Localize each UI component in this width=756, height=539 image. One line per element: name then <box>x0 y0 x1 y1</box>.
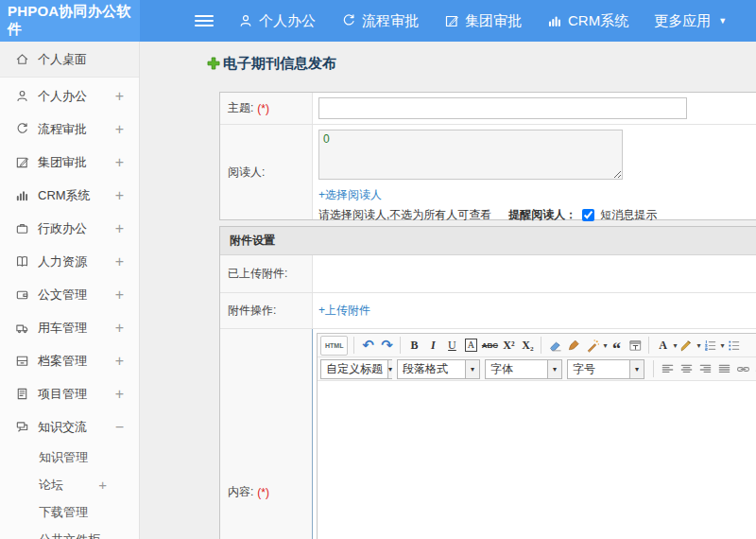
uploaded-attachments-label: 已上传附件: <box>220 255 313 292</box>
button-glyph: “ <box>612 338 621 353</box>
sidebar-item-label: CRM系统 <box>38 187 91 204</box>
ordered-list-button[interactable] <box>701 336 720 356</box>
expander-icon[interactable]: + <box>115 154 124 171</box>
sidebar-item-vehicle-management[interactable]: 用车管理+ <box>0 311 139 344</box>
expander-icon[interactable]: − <box>115 419 124 436</box>
sidebar-item-archive-management[interactable]: 档案管理+ <box>0 344 139 377</box>
highlight-button[interactable] <box>677 336 696 356</box>
expander-icon[interactable]: + <box>115 121 124 138</box>
auto-typeset-button[interactable] <box>583 336 602 356</box>
attachment-action-label: 附件操作: <box>220 293 313 328</box>
app-window: PHPOA协同办公软件 个人办公流程审批集团审批CRM系统更多应用▼ 个人桌面个… <box>0 0 756 539</box>
plus-icon <box>206 56 221 71</box>
sidebar-subitem-label: 公共文件柜 <box>39 531 100 539</box>
underline-button[interactable]: U <box>442 336 461 356</box>
italic-button[interactable]: I <box>423 336 442 356</box>
expander-icon[interactable]: + <box>98 477 107 493</box>
nav-item-group-approval[interactable]: 集团审批 <box>444 12 522 30</box>
page-title-text: 电子期刊信息发布 <box>223 55 336 73</box>
expander-icon[interactable]: + <box>115 320 124 337</box>
blockquote-button[interactable]: “ <box>607 336 626 356</box>
align-center-icon <box>679 362 694 376</box>
sidebar-item-project-management[interactable]: 项目管理+ <box>0 377 139 410</box>
sidebar-item-workflow-approval[interactable]: 流程审批+ <box>0 113 139 146</box>
nav-item-crm-system[interactable]: CRM系统 <box>547 12 628 30</box>
readers-row: 阅读人: 0 +选择阅读人 请选择阅读人,不选为所有人可查看 提醒阅读人： 短消… <box>220 125 756 219</box>
subscript-button[interactable]: X₂ <box>518 336 537 356</box>
flow-icon <box>15 122 29 136</box>
sidebar-item-admin-office[interactable]: 行政办公+ <box>0 212 139 245</box>
sms-remind-checkbox[interactable] <box>582 209 594 221</box>
font-color-button[interactable]: A <box>653 336 672 356</box>
undo-button[interactable]: ↶ <box>358 336 377 356</box>
custom-heading-select[interactable]: 自定义标题▾ <box>320 359 392 379</box>
button-glyph: HTML <box>325 342 343 349</box>
button-glyph: U <box>448 339 456 353</box>
expander-icon[interactable]: + <box>115 88 124 105</box>
button-glyph: ↶ <box>362 337 374 354</box>
sidebar-subitem-public-file-cabinet[interactable]: 公共文件柜 <box>0 526 139 539</box>
paragraph-format-select[interactable]: 段落格式▾ <box>397 359 480 379</box>
expander-icon[interactable]: + <box>115 386 124 403</box>
nav-item-personal-office[interactable]: 个人办公 <box>238 12 316 30</box>
button-glyph: ↷ <box>381 337 393 354</box>
align-justify-button[interactable] <box>714 359 733 379</box>
chevron-down-icon: ▾ <box>465 360 479 378</box>
nav-item-more-apps[interactable]: 更多应用▼ <box>654 12 727 30</box>
sidebar-item-crm-system[interactable]: CRM系统+ <box>0 179 139 212</box>
align-right-button[interactable] <box>696 359 714 379</box>
source-button[interactable]: HTML <box>320 336 348 356</box>
sidebar-item-human-resources[interactable]: 人力资源+ <box>0 245 139 278</box>
sidebar-subitem-knowledge-management[interactable]: 知识管理 <box>0 443 139 471</box>
readers-textarea[interactable]: 0 <box>318 130 623 180</box>
expander-icon[interactable]: + <box>115 253 124 270</box>
sidebar-item-group-approval[interactable]: 集团审批+ <box>0 146 139 179</box>
char-border-button[interactable]: A <box>461 336 480 356</box>
toolbar-separator <box>541 337 541 354</box>
truck-icon <box>15 321 29 335</box>
align-left-button[interactable] <box>658 359 677 379</box>
main-content: 电子期刊信息发布 主题:(*) 阅读人: 0 <box>140 42 756 539</box>
expander-icon[interactable]: + <box>115 353 124 370</box>
sidebar-subitem-download-management[interactable]: 下载管理 <box>0 498 139 526</box>
wallet-icon <box>15 287 29 302</box>
redo-button[interactable]: ↷ <box>377 336 396 356</box>
strikethrough-button[interactable]: ABC <box>480 336 499 356</box>
top-header: PHPOA协同办公软件 个人办公流程审批集团审批CRM系统更多应用▼ <box>0 0 756 42</box>
format-brush-button[interactable] <box>564 336 583 356</box>
sidebar-subitem-label: 知识管理 <box>39 449 88 466</box>
unlink-button[interactable] <box>752 359 756 379</box>
expander-icon[interactable]: + <box>115 220 124 237</box>
select-readers-link[interactable]: +选择阅读人 <box>318 187 382 203</box>
expander-icon[interactable]: + <box>115 187 124 204</box>
insert-date-button[interactable] <box>626 336 644 356</box>
button-glyph: A <box>659 339 667 353</box>
rich-text-editor: HTML↶↷BIUAABCX²X₂▾“A▾▾▾ 自定义标题▾段落格式▾字体▾字号… <box>317 333 756 539</box>
unordered-list-button[interactable] <box>725 336 744 356</box>
sidebar-item-knowledge-exchange[interactable]: 知识交流− <box>0 410 139 443</box>
superscript-button[interactable]: X² <box>499 336 518 356</box>
upload-attachment-link[interactable]: +上传附件 <box>318 303 370 319</box>
subject-input[interactable] <box>318 97 687 119</box>
nav-item-workflow-approval[interactable]: 流程审批 <box>341 12 419 30</box>
align-center-button[interactable] <box>677 359 696 379</box>
sidebar-item-label: 行政办公 <box>38 220 87 237</box>
font-family-select[interactable]: 字体▾ <box>485 359 562 379</box>
select-value: 自定义标题 <box>321 360 387 378</box>
subject-label: 主题:(*) <box>220 93 313 124</box>
link-button[interactable] <box>733 359 752 379</box>
sidebar-subitem-forum[interactable]: 论坛+ <box>0 471 139 498</box>
expander-icon[interactable]: + <box>115 287 124 304</box>
book-icon <box>15 254 29 269</box>
menu-toggle-icon[interactable] <box>195 12 214 29</box>
editor-content-area[interactable] <box>318 381 756 539</box>
align-right-icon <box>698 362 713 376</box>
eraser-button[interactable] <box>545 336 564 356</box>
archive-icon <box>15 354 29 368</box>
sidebar-item-document-management[interactable]: 公文管理+ <box>0 278 139 311</box>
bold-button[interactable]: B <box>404 336 423 356</box>
sidebar-item-personal-desktop[interactable]: 个人桌面 <box>0 42 139 78</box>
chevron-down-icon: ▾ <box>547 360 561 378</box>
font-size-select[interactable]: 字号▾ <box>567 359 644 379</box>
sidebar-item-personal-office[interactable]: 个人办公+ <box>0 79 139 113</box>
